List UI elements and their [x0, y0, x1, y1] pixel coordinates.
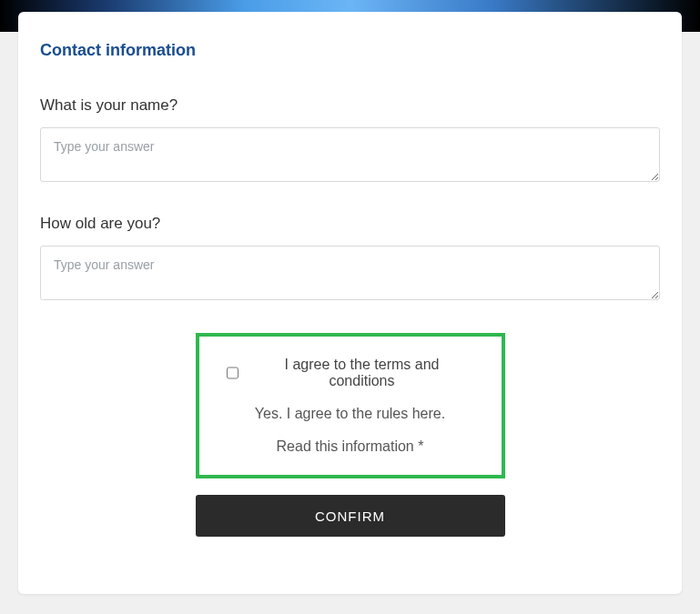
name-label: What is your name?	[40, 96, 660, 115]
consent-row: I agree to the terms and conditions	[227, 357, 474, 389]
form-card: Contact information What is your name? H…	[18, 12, 682, 594]
consent-subtext: Yes. I agree to the rules here.	[227, 406, 474, 422]
age-input[interactable]	[40, 246, 660, 300]
consent-checkbox[interactable]	[227, 367, 239, 379]
consent-label: I agree to the terms and conditions	[249, 357, 473, 389]
age-field-group: How old are you?	[40, 215, 660, 304]
section-title: Contact information	[40, 41, 660, 60]
confirm-button[interactable]: CONFIRM	[196, 495, 505, 537]
age-label: How old are you?	[40, 215, 660, 233]
name-field-group: What is your name?	[40, 96, 660, 186]
name-input[interactable]	[40, 127, 660, 182]
consent-link[interactable]: Read this information *	[227, 438, 474, 455]
consent-box: I agree to the terms and conditions Yes.…	[196, 333, 505, 478]
